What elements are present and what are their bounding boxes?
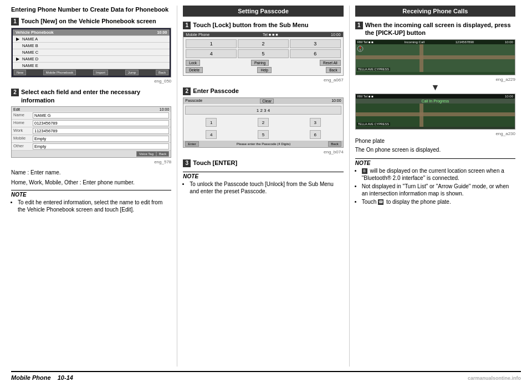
table-row: NAME C bbox=[13, 49, 170, 56]
page-container: Entering Phone Number to Create Data for… bbox=[0, 0, 532, 392]
num-3[interactable]: 3 bbox=[290, 39, 341, 48]
col3-note-title: NOTE bbox=[355, 158, 515, 166]
voice-tag-button[interactable]: Voice Tag bbox=[136, 151, 156, 157]
import-button[interactable]: Import bbox=[93, 70, 108, 75]
passcode-2[interactable]: 2 bbox=[258, 118, 269, 127]
num-2[interactable]: 2 bbox=[238, 39, 289, 48]
lock-screen-body: 1 2 3 4 5 6 Lock Pairing Reset All bbox=[183, 37, 342, 75]
map-area: TELLA AVE CYPRESS bbox=[356, 44, 515, 72]
passcode-1[interactable]: 1 bbox=[206, 118, 217, 127]
lock-screen-header: Mobile Phone Tel ■ ■ ■ 10:00 bbox=[183, 32, 342, 37]
num-4[interactable]: 4 bbox=[186, 49, 237, 58]
jump-button[interactable]: Jump bbox=[125, 70, 139, 75]
edit-bottom-bar: Voice Tag Back bbox=[12, 151, 171, 157]
ip-street-label: TELLA AVE CYPRESS bbox=[357, 122, 390, 126]
step1-block: 1 Touch [New] on the Vehicle Phonebook s… bbox=[11, 17, 171, 84]
row-name[interactable]: NAME C bbox=[21, 50, 168, 55]
edit-time: 10:00 bbox=[160, 107, 170, 111]
lock-screen-signal: Tel ■ ■ ■ bbox=[263, 33, 278, 37]
edit-row-name: Name NAME G bbox=[12, 112, 171, 120]
passcode-time: 10:00 bbox=[331, 99, 341, 104]
num-grid: 1 2 3 4 5 6 bbox=[186, 39, 340, 58]
bluetooth-icon: B bbox=[362, 168, 367, 174]
lock-screen-title: Mobile Phone bbox=[186, 33, 209, 37]
info-line-1: Name : Enter name. bbox=[11, 169, 171, 177]
watermark-link: carmanualsontine.info bbox=[468, 375, 521, 381]
passcode-4[interactable]: 4 bbox=[206, 130, 217, 139]
new-button[interactable]: New bbox=[14, 70, 26, 75]
footer-page: 10-14 bbox=[58, 374, 73, 381]
delete-button[interactable]: Delete bbox=[186, 67, 203, 73]
col1: Entering Phone Number to Create Data for… bbox=[11, 6, 177, 367]
help-button[interactable]: Help bbox=[257, 67, 271, 73]
step1-num: 1 bbox=[11, 18, 19, 25]
col3-note-item-3: Touch ☎ to display the phone plate. bbox=[362, 198, 515, 205]
passcode-title: Passcode bbox=[185, 99, 202, 104]
inprogress-caption: eng_a230 bbox=[355, 131, 515, 136]
footer-left: Mobile Phone 10-14 bbox=[11, 374, 73, 381]
edit-screen-header: Edit 10:00 bbox=[12, 107, 171, 112]
reset-all-button[interactable]: Reset All bbox=[320, 60, 341, 66]
map-road-h bbox=[356, 55, 515, 59]
lock-button[interactable]: Lock bbox=[186, 60, 200, 66]
passcode-caption: eng_b074 bbox=[183, 149, 343, 154]
col1-note: NOTE To edit he entered information, sel… bbox=[11, 190, 171, 213]
row-name[interactable]: NAME E bbox=[21, 63, 168, 68]
field-value-work[interactable]: 1123456789 bbox=[33, 128, 169, 134]
ip-time: 10:00 bbox=[505, 95, 513, 98]
field-value-name[interactable]: NAME G bbox=[33, 112, 169, 118]
edit-title: Edit bbox=[13, 107, 20, 111]
field-value-home[interactable]: 0123456789 bbox=[33, 120, 169, 126]
col2-note-body: To unlock the Passcode touch [Unlock] fr… bbox=[183, 180, 343, 195]
col1-title: Entering Phone Number to Create Data for… bbox=[11, 6, 171, 14]
num-5[interactable]: 5 bbox=[238, 49, 289, 58]
col2: Setting Passcode 1 Touch [Lock] button f… bbox=[177, 6, 349, 367]
pairing-button[interactable]: Pairing bbox=[251, 60, 269, 66]
lock-back-button[interactable]: Back bbox=[326, 67, 340, 73]
edit-back-button[interactable]: Back bbox=[156, 151, 169, 157]
col2-step2-num: 2 bbox=[183, 87, 191, 95]
edit-row-work: Work 1123456789 bbox=[12, 127, 171, 135]
svg-marker-2 bbox=[359, 49, 361, 51]
footer-section: Mobile Phone bbox=[11, 374, 51, 381]
map-number: 1234567890 bbox=[456, 40, 474, 44]
step2-num: 2 bbox=[11, 89, 19, 96]
col2-note-item-1: To unlock the Passcode touch [Unlock] fr… bbox=[190, 180, 343, 195]
map-signal: RM Tel ■ ■ bbox=[357, 40, 374, 44]
field-label-mobile: Mobile bbox=[13, 136, 33, 142]
passcode-enter-button[interactable]: Enter bbox=[185, 141, 198, 147]
step1-label: 1 Touch [New] on the Vehicle Phonebook s… bbox=[11, 17, 171, 25]
field-value-mobile[interactable]: Empty bbox=[33, 136, 169, 142]
table-row: NAME B bbox=[13, 43, 170, 49]
row-name[interactable]: NAME B bbox=[21, 43, 168, 48]
screen1-caption: eng_050 bbox=[11, 79, 171, 84]
arrow-down-icon: ▼ bbox=[355, 83, 515, 92]
edit-row-home: Home 0123456789 bbox=[12, 120, 171, 127]
col3-step1-label: 1 When the incoming call screen is displ… bbox=[355, 21, 515, 37]
row-icon: ▶ bbox=[14, 56, 21, 61]
lock-screen-time: 10:00 bbox=[331, 33, 341, 37]
incoming-call-screen: RM Tel ■ ■ Incoming Call 1234567890 10:0… bbox=[355, 39, 515, 75]
passcode-6[interactable]: 6 bbox=[310, 130, 321, 139]
field-value-other[interactable]: Empty bbox=[33, 143, 169, 149]
ip-map-area: TELLA AVE CYPRESS bbox=[356, 104, 515, 127]
passcode-back-button[interactable]: Back bbox=[328, 141, 341, 147]
passcode-clear[interactable]: Clear bbox=[260, 99, 274, 104]
col3-step1-text: When the incoming call screen is display… bbox=[365, 21, 515, 37]
ip-top: RM Tel ■ ■ 10:00 bbox=[356, 94, 515, 99]
row-name[interactable]: NAME D bbox=[21, 56, 168, 61]
map-screen-caption: eng_a229 bbox=[355, 77, 515, 82]
passcode-3[interactable]: 3 bbox=[310, 118, 321, 127]
back-button[interactable]: Back bbox=[156, 70, 168, 75]
row-name[interactable]: NAME A bbox=[21, 37, 168, 42]
compass-icon bbox=[357, 45, 364, 53]
mobile-phonebook-button[interactable]: Mobile Phonebook bbox=[43, 70, 76, 75]
passcode-5[interactable]: 5 bbox=[258, 130, 269, 139]
num-6[interactable]: 6 bbox=[290, 49, 341, 58]
phonebook-header-time: 10:00 bbox=[91, 30, 168, 34]
edit-row-mobile: Mobile Empty bbox=[12, 135, 171, 143]
col2-step2-text: Enter Passcode bbox=[193, 87, 239, 95]
num-1[interactable]: 1 bbox=[186, 39, 237, 48]
passcode-num-row: 1 2 3 4 bbox=[183, 104, 342, 116]
phonebook-header-row: Vehicle Phonebook 10:00 bbox=[13, 29, 170, 36]
